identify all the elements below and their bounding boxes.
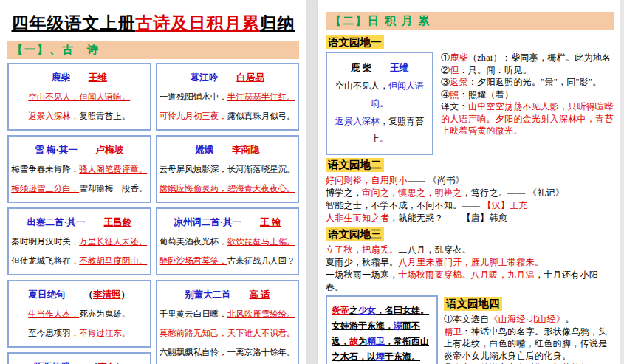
garden4-classical-text-box: 炎帝之少女，名曰女娃。女娃游于东海，溺而不返，故为精卫，常衔西山之木石，以堙于东… <box>326 295 438 364</box>
text-segment: 鹿柴 <box>52 72 70 83</box>
text-segment: 复照青苔上。 <box>79 111 130 120</box>
text-segment: 精卫 <box>444 326 462 337</box>
text-segment: 立了秋，把扇丢。 <box>326 244 398 255</box>
garden1-annotations: ①鹿柴（zhai）：柴同寨，栅栏。此为地名②但：只。闻：听见。③返景：夕阳返照的… <box>441 52 614 137</box>
section-label-accumulation: 【二】日 积 月 累 <box>330 15 431 27</box>
text-segment: 天下谁人不识君。 <box>227 329 295 337</box>
text-segment: 不肯过江东。 <box>79 329 130 337</box>
text-segment: 卢梅坡 <box>96 145 124 155</box>
text-segment <box>218 72 236 83</box>
text-segment: 暮江吟 <box>191 72 219 83</box>
text-segment: 堙 <box>376 351 385 362</box>
garden4-section: 炎帝之少女，名曰女娃。女娃游于东海，溺而不返，故为精卫，常衔西山之木石，以堙于东… <box>326 295 614 364</box>
text-segment: 一场秋雨一场寒， <box>326 269 398 280</box>
text-segment: 但使龙城飞将在， <box>11 256 79 265</box>
text-segment: 【汉】王充 <box>482 200 528 210</box>
text-segment: 莫愁前路无知己， <box>160 329 227 337</box>
page-right: 【二】日 积 月 累 语文园地一 鹿 柴 王维空山不见人，但闻人语响。返景入深林… <box>318 0 620 364</box>
text-segment: （zhai）：柴同寨，栅栏。此为地名 <box>468 52 611 63</box>
text-line: ①本文选自《山海经·北山经》。 <box>444 313 614 326</box>
text-segment: 雪却输梅一段香。 <box>79 184 147 193</box>
garden1-poem-box: 鹿 柴 王维空山不见人，但闻人语响。返景入深林，复照青苔上。 <box>326 52 433 155</box>
text-segment: 《山海经·北山经》 <box>490 314 566 324</box>
text-line: 精卫：神话中鸟的名字。形状像乌鸦，头上有花纹，白色的嘴，红色的脚，传说是炎帝小女… <box>444 326 614 363</box>
text-segment: 王昌龄 <box>104 217 132 227</box>
text-segment: 人非生而知之者 <box>326 213 389 223</box>
poem-line: 返景入深林，复照青苔上。 <box>10 106 148 126</box>
poem-line: 莫愁前路无知己，天下谁人不识君。 <box>159 323 297 343</box>
text-segment: 高 适 <box>249 289 270 300</box>
poem-title: 暮江吟 白居易 <box>159 68 297 87</box>
text-segment: 但闻人语响。 <box>79 92 130 101</box>
poem-box: 别董大二首 高 适千里黄云白日曛，北风吹雁雪纷纷。莫愁前路无知己，天下谁人不识君… <box>156 280 300 364</box>
text-line: 博学之，审问之，慎思之，明辨之，笃行之。—— 《礼记》 <box>326 187 614 199</box>
text-segment: 王维 <box>390 63 408 73</box>
text-segment: 嫦娥应悔偷灵药， <box>160 184 227 193</box>
text-segment: ③ <box>441 77 450 87</box>
text-segment: 返景入深林 <box>335 116 380 126</box>
poem-line: 醉卧沙场君莫笑，古来征战几人回？ <box>159 251 297 270</box>
text-segment: 醉卧沙场君莫笑， <box>160 256 227 265</box>
text-segment: 但 <box>450 65 459 75</box>
garden2-label: 语文园地二 <box>326 158 384 172</box>
garden2-lines: 好问则裕，自用则小—— 《尚书》博学之，审问之，慎思之，明辨之，笃行之。—— 《… <box>326 174 614 224</box>
text-segment: 好问则裕，自用则小 <box>326 175 408 185</box>
poem-line: 梅雪争春未肯降，骚人阁笔费评章。 <box>10 159 148 179</box>
text-line: 智能之士，不学不成，不问不知。—— 【汉】王充 <box>326 199 614 212</box>
section-header-accumulation: 【二】日 积 月 累 <box>326 12 614 30</box>
text-line: ③返景：夕阳返照的光。"景"，同"影"。 <box>441 76 614 89</box>
text-segment: 碧海青天夜夜心。 <box>227 184 295 193</box>
text-segment: 少女 <box>358 305 376 315</box>
text-line: 人非生而知之者，孰能无惑？——【唐】韩愈 <box>326 212 614 224</box>
poem-line: 嫦娥应悔偷灵药，碧海青天夜夜心。 <box>159 179 297 198</box>
section-label-poems: 【一】、古 诗 <box>12 44 100 55</box>
poem-column-left: 鹿柴 王维空山不见人，但闻人语响。返景入深林，复照青苔上。雪 梅·其一 卢梅坡梅… <box>7 63 151 364</box>
text-segment: 译文： <box>441 101 468 111</box>
poem-title: 鹿 柴 王维 <box>330 59 429 77</box>
poem-line: 秦时明月汉时关，万里长征人未还。 <box>10 232 148 251</box>
garden4-right-column: 语文园地四 ①本文选自《山海经·北山经》。精卫：神话中鸟的名字。形状像乌鸦，头上… <box>444 295 614 364</box>
text-segment <box>70 72 89 83</box>
poem-box: 夏日绝句 （李清照）生当作人杰，死亦为鬼雄。至今思项羽，不肯过江东。 <box>7 280 151 348</box>
poem-title: 出塞二首·其一 王昌龄 <box>10 213 148 232</box>
text-segment: 万里长征人未还。 <box>79 237 147 246</box>
poem-line: 但使龙城飞将在，不教胡马度阴山。 <box>10 251 148 270</box>
text-segment: 可怜九月初三夜， <box>160 111 227 120</box>
text-segment: 二八月，乱穿衣。 <box>398 244 470 255</box>
text-segment <box>371 63 390 73</box>
text-segment: 夏日绝句 <box>29 289 66 300</box>
text-segment: 古诗及日积月累 <box>136 14 260 32</box>
text-segment: 露似真珠月似弓。 <box>227 111 295 120</box>
poem-box: 鹿柴 王维空山不见人，但闻人语响。返景入深林，复照青苔上。 <box>7 63 151 131</box>
text-segment: 返景 <box>450 77 468 87</box>
page-left: 四年级语文上册古诗及日积月累归纳 【一】、古 诗 鹿柴 王维空山不见人，但闻人语… <box>0 0 306 364</box>
text-segment <box>241 217 260 227</box>
garden4-row: 炎帝之少女，名曰女娃。女娃游于东海，溺而不返，故为精卫，常衔西山之木石，以堙于东… <box>326 295 614 364</box>
poem-line: 葡萄美酒夜光杯，欲饮琵琶马上催。 <box>159 232 297 251</box>
text-segment: 王 翰 <box>260 217 281 227</box>
poem-box: 嫦娥 李商隐云母屏风烛影深，长河渐落晓星沉。嫦娥应悔偷灵药，碧海青天夜夜心。 <box>156 135 300 203</box>
poem-box: 题西林壁 （李白） <box>7 352 151 364</box>
poem-line: 空山不见人，但闻人语响。 <box>330 77 429 112</box>
text-segment: 不教胡马度阴山。 <box>79 256 147 265</box>
text-segment: 精卫 <box>367 336 385 346</box>
text-segment <box>78 145 96 155</box>
text-segment: 。 <box>565 314 574 324</box>
text-segment: 炎帝 <box>332 305 349 315</box>
section-header-poems: 【一】、古 诗 <box>7 41 299 59</box>
text-line: 好问则裕，自用则小—— 《尚书》 <box>326 174 614 187</box>
poem-grid: 鹿柴 王维空山不见人，但闻人语响。返景入深林，复照青苔上。雪 梅·其一 卢梅坡梅… <box>7 63 299 364</box>
text-segment: 骚人阁笔费评章。 <box>79 165 147 174</box>
text-segment: ① <box>441 52 450 63</box>
text-segment: 审问之，慎思之，明辨之 <box>362 188 462 198</box>
poem-title: 别董大二首 高 适 <box>159 285 297 304</box>
poem-line: 至今思项羽，不肯过江东。 <box>10 323 148 343</box>
text-line: 夏雨少，秋霜早。八月里来雁门开，雁儿脚上带霜来。 <box>326 256 614 269</box>
text-segment: 智能之士，不学不成，不问不知。—— <box>326 200 482 210</box>
poem-box: 凉州词二首·其一 王 翰葡萄美酒夜光杯，欲饮琵琶马上催。醉卧沙场君莫笑，古来征战… <box>156 207 300 275</box>
text-segment: 夏雨少，秋霜早。 <box>326 257 398 267</box>
text-line: ②但：只。闻：听见。 <box>441 64 614 77</box>
poem-title: 雪 梅·其一 卢梅坡 <box>10 140 148 159</box>
text-line: 一场秋雨一场寒，十场秋雨要穿棉。八月暖，九月温，十月还有小阳春。 <box>326 269 614 294</box>
poem-line: 六翮飘飖私自怜，一离京洛十馀年。 <box>159 343 297 362</box>
